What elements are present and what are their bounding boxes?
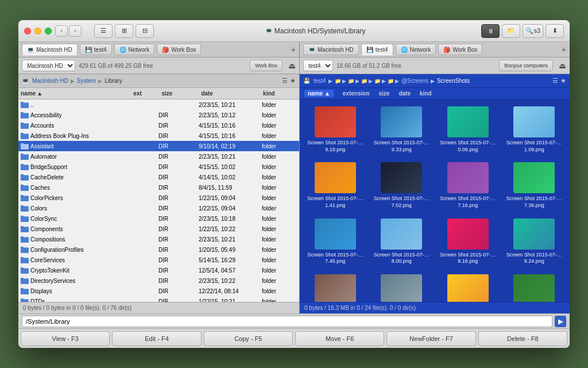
copy-button[interactable]: Copy - F5	[204, 331, 293, 346]
right-tab-1[interactable]: 💾 test4	[361, 44, 393, 55]
path-input[interactable]	[22, 316, 552, 327]
left-tab-3[interactable]: 🎒 Work Box	[157, 44, 201, 55]
grid-item[interactable]: Screen Shot 2015-07-…house	[304, 272, 366, 302]
grid-item[interactable]: Screen Shot 2015-07-…9.24.png	[504, 216, 566, 267]
minimize-button[interactable]	[34, 28, 41, 34]
panel-star-icon[interactable]: ★	[290, 77, 296, 85]
right-col-ext[interactable]: extension	[343, 90, 370, 97]
right-tab-icon-1: 💾	[366, 47, 373, 53]
file-row[interactable]: Automator DIR 2/23/15, 10:21 folder	[18, 151, 299, 162]
grid-item[interactable]: Screen Shot 2015-07-…1.09.png	[504, 104, 566, 155]
file-row[interactable]: Compositions DIR 2/23/15, 10:21 folder	[18, 234, 299, 244]
left-tab-2[interactable]: 🌐 Network	[114, 44, 155, 55]
right-tab-3[interactable]: 🎒 Work Box	[438, 44, 482, 55]
right-tab-0[interactable]: 💻 Macintosh HD	[303, 44, 359, 55]
titlebar-center: 💻 Macintosh HD/System/Library	[157, 27, 473, 35]
forward-button[interactable]: ›	[69, 25, 82, 37]
left-eject-icon[interactable]: ⏏	[288, 61, 296, 70]
titlebar: ‹ › ☰ ⊞ ⊟ 💻 Macintosh HD/System/Library …	[18, 20, 570, 42]
col-name-header[interactable]: name ▲	[21, 90, 133, 97]
right-eject-icon[interactable]: ⏏	[559, 61, 566, 70]
col-kind-header[interactable]: kind	[263, 90, 297, 97]
path-go-button[interactable]: ▶	[555, 316, 566, 327]
file-row[interactable]: Caches DIR 8/4/15, 11:59 folder	[18, 182, 299, 193]
file-row[interactable]: ColorSync DIR 2/23/15, 10:18 folder	[18, 213, 299, 224]
left-bc-item-2[interactable]: Library	[105, 78, 122, 84]
grid-item[interactable]: Screen Shot 2015-07-…sea2	[504, 272, 566, 302]
grid-item[interactable]: Screen Shot 2015-07-…7.36.png	[504, 160, 566, 211]
search-button[interactable]: 🔍s3	[523, 24, 543, 38]
right-list-icon[interactable]: ☰	[552, 77, 558, 85]
left-bc-item-0[interactable]: Macintosh HD	[32, 78, 68, 84]
view-button[interactable]: View - F3	[21, 331, 110, 346]
new-folder-button[interactable]: 📁	[502, 24, 520, 38]
left-tab-0[interactable]: 💻 Macintosh HD	[22, 44, 78, 55]
file-row[interactable]: ColorPickers DIR 1/22/15, 09:04 folder	[18, 193, 299, 203]
grid-item[interactable]: Screen Shot 2015-07-…9.19.png	[304, 104, 366, 155]
left-bc-item-1[interactable]: System	[77, 78, 96, 84]
right-bonjour-tab[interactable]: Bonjour computers	[499, 60, 553, 71]
right-bc-item-0[interactable]: test4	[314, 78, 326, 84]
grid-item[interactable]: Screen Shot 2015-07-…7.45.png	[304, 216, 366, 267]
file-row[interactable]: ConfigurationProfiles DIR 1/20/15, 05:49…	[18, 244, 299, 255]
right-disk-info: 18.66 GB of 51.2 GB free	[336, 63, 496, 69]
view-columns-button[interactable]: ⊟	[136, 24, 154, 38]
file-row[interactable]: Displays DIR 12/22/14, 08:14 folder	[18, 286, 299, 296]
move-button[interactable]: Move - F6	[295, 331, 384, 346]
right-star-icon[interactable]: ★	[560, 77, 566, 85]
file-row[interactable]: CacheDelete DIR 4/14/15, 10:02 folder	[18, 172, 299, 182]
grid-item[interactable]: Screen Shot 2015-07-…0.06.png	[437, 104, 499, 155]
right-bc-item-1[interactable]: @Screens	[401, 78, 428, 84]
file-row[interactable]: Colors DIR 1/22/15, 09:04 folder	[18, 203, 299, 213]
maximize-button[interactable]	[45, 28, 52, 34]
grid-item[interactable]: Screen Shot 2015-07-…8.16.png	[437, 216, 499, 267]
right-col-kind[interactable]: kind	[420, 90, 432, 97]
file-row[interactable]: BridgeSupport DIR 4/15/15, 10:02 folder	[18, 162, 299, 172]
right-tab-2[interactable]: 🌐 Network	[396, 44, 436, 55]
toolbar-right: ⏸ 📁 🔍s3 ⬇	[481, 24, 564, 38]
file-row[interactable]: Accessibility DIR 2/23/15, 10:12 folder	[18, 110, 299, 120]
grid-item[interactable]: Screen Shot 2015-07-…people	[371, 272, 433, 302]
left-tabs: 💻 Macintosh HD 💾 test4 🌐 Network 🎒 Work …	[18, 42, 300, 57]
file-row[interactable]: CryptoTokenKit DIR 12/5/14, 04:57 folder	[18, 265, 299, 275]
grid-item[interactable]: Screen Shot 2015-07-…8.00.png	[371, 216, 433, 267]
file-row[interactable]: CoreServices DIR 5/14/15, 16:29 folder	[18, 255, 299, 265]
left-add-tab[interactable]: +	[291, 45, 296, 54]
download-button[interactable]: ⬇	[546, 24, 564, 38]
right-col-name[interactable]: name ▲	[304, 90, 334, 97]
edit-button[interactable]: Edit - F4	[112, 331, 201, 346]
file-row[interactable]: Components DIR 1/22/15, 10:22 folder	[18, 224, 299, 234]
left-tab-1[interactable]: 💾 test4	[80, 44, 112, 55]
toggle-button[interactable]: ⏸	[481, 24, 500, 38]
grid-item[interactable]: Screen Shot 2015-07-…7.16.png	[437, 160, 499, 211]
view-list-button[interactable]: ☰	[94, 24, 113, 38]
left-workbox-tab[interactable]: Work Box	[250, 60, 283, 71]
file-row[interactable]: DTDs DIR 1/22/15, 10:21 folder	[18, 296, 299, 302]
file-row[interactable]: DirectoryServices DIR 2/23/15, 10:22 fol…	[18, 275, 299, 286]
left-location-select[interactable]: Macintosh HD	[22, 60, 75, 71]
right-col-date[interactable]: date	[399, 90, 411, 97]
newfolder-button[interactable]: NewFolder - F7	[386, 331, 475, 346]
close-button[interactable]	[24, 28, 31, 34]
grid-item[interactable]: Screen Shot 2015-07-…7.02.png	[371, 160, 433, 211]
right-add-tab[interactable]: +	[562, 45, 566, 54]
file-row[interactable]: Assistant DIR 9/10/14, 02:19 folder	[18, 141, 299, 151]
file-row[interactable]: Address Book Plug-Ins DIR 4/15/15, 10:16…	[18, 131, 299, 141]
right-col-size[interactable]: size	[379, 90, 390, 97]
left-file-list[interactable]: .. 2/23/15, 10:21 folder Accessibility D…	[18, 99, 299, 302]
right-bc-item-2[interactable]: ScreenShots	[437, 78, 470, 84]
right-file-grid[interactable]: Screen Shot 2015-07-…9.19.png Screen Sho…	[300, 99, 570, 302]
file-row[interactable]: Accounts DIR 4/15/15, 10:16 folder	[18, 120, 299, 131]
col-size-header[interactable]: size	[161, 90, 201, 97]
col-date-header[interactable]: date	[201, 90, 263, 97]
delete-button[interactable]: Delete - F8	[478, 331, 567, 346]
grid-item[interactable]: Screen Shot 2015-07-…9.33.png	[371, 104, 433, 155]
view-grid-button[interactable]: ⊞	[115, 24, 133, 38]
col-ext-header[interactable]: ext	[133, 90, 161, 97]
panel-list-icon[interactable]: ☰	[282, 77, 288, 85]
back-button[interactable]: ‹	[55, 25, 68, 37]
grid-item[interactable]: Screen Shot 2015-07-…1.41.png	[304, 160, 366, 211]
file-row[interactable]: .. 2/23/15, 10:21 folder	[18, 99, 299, 110]
right-location-select[interactable]: test4	[303, 60, 333, 71]
grid-item[interactable]: Screen Shot 2015-07-…yellow	[437, 272, 499, 302]
